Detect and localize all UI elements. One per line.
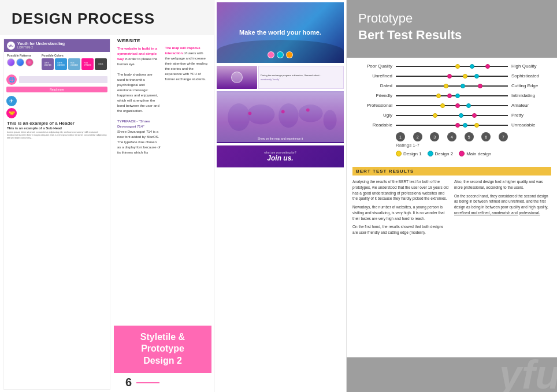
bert-results-section: BERT TEST RESULTS Analysing the results … [347, 162, 557, 357]
num-7: 7 [499, 132, 508, 141]
join-section: what are you waiting for? Join us. [217, 145, 344, 167]
dot-row2-d2 [474, 74, 479, 79]
bert-results-columns: Analysing the results of the BERT test f… [352, 179, 551, 238]
dot-row3-d2 [461, 84, 465, 88]
chart-row-2: Unrefined Sophisticated [352, 73, 551, 79]
thumb-1 [217, 66, 257, 89]
page-line [136, 382, 159, 383]
label-readable: Readable [352, 122, 396, 128]
dot-row3-d1 [444, 84, 448, 88]
color-swatch-1: CMYK#8057D6 [42, 58, 54, 70]
middle-top: Make the world your home. During the exc… [214, 0, 346, 392]
chart-line-5 [396, 105, 508, 106]
dot-row1-d2 [470, 64, 474, 69]
chart-row-5: Professional Amateur [352, 103, 551, 108]
label-professional: Professional [352, 103, 396, 108]
right-panel: Prototype Bert Test Results Poor Quality… [347, 0, 557, 392]
legend-label-2: Design 2 [435, 151, 454, 156]
world-map-mini [19, 76, 107, 83]
page-number: 6 [125, 376, 132, 389]
svg-point-1 [228, 103, 250, 131]
label-ugly: Ugly [352, 113, 396, 118]
chart-row-6: Ugly Pretty [352, 113, 551, 118]
body-text-1: The website is build in a symmetrical an… [117, 46, 161, 155]
pattern-circle-3 [25, 58, 34, 66]
bottom-right-deco: yfu [347, 357, 557, 392]
label-unreadable: Unreadable [508, 122, 551, 128]
map-svg [217, 91, 344, 143]
chart-line-6 [396, 115, 508, 116]
num-4: 4 [447, 132, 456, 141]
label-pretty: Pretty [508, 113, 551, 118]
thumb-2: During the exchange program in America, … [258, 66, 344, 89]
style-tile-sub: LORITHM-2 [17, 46, 65, 49]
dot-row5-d2 [466, 103, 471, 108]
chart-row-4: Friendly Intimidating [352, 93, 551, 98]
dot-row5-d1 [440, 103, 445, 108]
svg-point-3 [278, 103, 298, 128]
middle-panel: Make the world your home. During the exc… [214, 0, 347, 392]
icon-globe: 🌐 [6, 74, 17, 85]
color-swatch-4: RGB#FF1493 [81, 58, 94, 70]
website-hero-preview: Make the world your home. [217, 2, 344, 63]
legend-design2: Design 2 [428, 151, 454, 156]
bert-para-2: Nowadays, the number of websites, a youn… [352, 204, 450, 221]
bert-para-1: Analysing the results of the BERT test f… [352, 179, 450, 201]
read-more-button[interactable]: Read more [6, 87, 107, 92]
svg-point-6 [248, 111, 252, 115]
show-map-text: Show on the map and experience it [258, 137, 303, 140]
dot-row4-d2 [455, 94, 460, 98]
dot-row2-d1 [463, 74, 467, 79]
left-panel: DESIGN PROCESS yfu Youth for Understandi… [0, 0, 214, 392]
bert-underline: unrefined and refined, amateurish and pr… [454, 211, 540, 215]
style-tile-header: yfu Youth for Understanding LORITHM-2 [4, 39, 110, 52]
legend-label-1: Design 1 [403, 151, 422, 156]
yfu-logo: yfu [7, 42, 15, 50]
label-amateur: Amateur [508, 103, 551, 108]
ratings-label: Ratings 1-7 [352, 143, 551, 148]
svg-point-4 [299, 104, 323, 122]
chart-row-3: Dated Cutting Edge [352, 83, 551, 88]
pattern-circle-1 [7, 58, 15, 66]
body-text-2: The map will improve interaction of user… [165, 46, 209, 82]
legend-main: Main design [459, 151, 491, 156]
svg-point-2 [247, 104, 275, 124]
dot-row5-main [455, 103, 460, 108]
thumb-link: meet emily 'family' [261, 78, 341, 81]
chart-line-2 [396, 76, 508, 77]
bert-title: Prototype Bert Test Results [358, 10, 545, 43]
dot-row3-main [478, 84, 482, 88]
legend-label-3: Main design [466, 151, 491, 156]
legend-dot-2 [428, 151, 433, 156]
highlight-1: The website is build in a symmetrical an… [117, 47, 157, 61]
preview-icons [268, 51, 293, 58]
num-2: 2 [413, 132, 422, 141]
website-label: WEBSITE [117, 38, 161, 44]
design-process-title: DESIGN PROCESS [12, 10, 202, 27]
style-tile-title: Youth for Understanding [17, 42, 65, 46]
design-process-header: DESIGN PROCESS [0, 0, 214, 35]
legend-dot-3 [459, 151, 465, 156]
thumb-avatar [231, 72, 243, 83]
preview-icon-3 [286, 51, 293, 58]
dot-row6-d2 [459, 113, 463, 118]
num-5: 5 [465, 132, 474, 141]
typeface-label: TYPEFACE - "Shree Devanagari 714" [117, 120, 150, 128]
svg-point-7 [281, 110, 285, 114]
num-1: 1 [396, 132, 405, 141]
dot-row6-main [472, 113, 477, 118]
dot-row7-d2 [463, 123, 467, 128]
page-number-area: 6 [114, 373, 211, 392]
chart-line-1 [396, 66, 508, 67]
chart-line-7 [396, 125, 508, 126]
color-swatch-5: #3131 [95, 58, 107, 70]
num-3: 3 [430, 132, 439, 141]
highlight-2: The map will improve interaction [165, 46, 200, 55]
label-friendly: Friendly [352, 93, 396, 98]
chart-legend: Design 1 Design 2 Main design [352, 148, 551, 159]
chart-line-3 [396, 85, 508, 87]
dot-row7-d1 [474, 123, 479, 128]
chart-numbers: 1 2 3 4 5 6 7 [352, 132, 508, 141]
dot-row2-main [447, 74, 452, 79]
legend-dot-1 [396, 151, 402, 156]
